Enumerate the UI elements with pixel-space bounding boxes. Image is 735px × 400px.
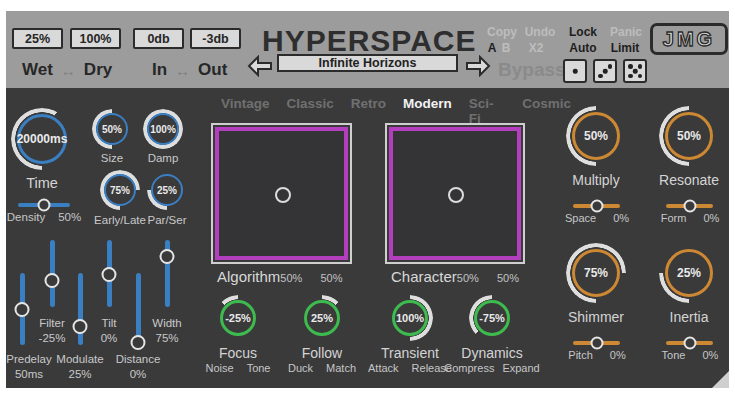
preset-b-button[interactable]: B bbox=[502, 41, 511, 55]
tab-vintage[interactable]: Vintage bbox=[221, 96, 270, 126]
multiply-label: Multiply bbox=[572, 172, 619, 188]
tilt-slider[interactable] bbox=[102, 240, 117, 307]
focus-knob[interactable]: -25% bbox=[215, 295, 261, 341]
resize-grip[interactable] bbox=[712, 371, 729, 388]
dry-value-button[interactable]: 100% bbox=[70, 28, 121, 49]
space-labels: Space0% bbox=[565, 212, 629, 224]
inertia-value: 25% bbox=[677, 266, 701, 280]
xy-pad-cursor[interactable] bbox=[275, 187, 291, 203]
auto-button[interactable]: Auto bbox=[569, 41, 596, 55]
preset-a-button[interactable]: A bbox=[488, 41, 497, 55]
slider-thumb[interactable] bbox=[683, 336, 696, 349]
slider-thumb[interactable] bbox=[38, 198, 51, 211]
width-slider[interactable] bbox=[160, 240, 175, 307]
time-value: 20000ms bbox=[17, 132, 68, 146]
follow-label: Follow bbox=[302, 345, 342, 361]
damp-knob[interactable]: 100% bbox=[143, 109, 183, 149]
focus-range-labels: NoiseTone bbox=[206, 362, 271, 374]
pitch-labels: Pitch0% bbox=[568, 349, 625, 361]
x2-button[interactable]: X2 bbox=[529, 41, 544, 55]
shimmer-knob[interactable]: 75% bbox=[566, 243, 626, 303]
tab-modern[interactable]: Modern bbox=[403, 96, 452, 126]
slider-thumb[interactable] bbox=[160, 249, 175, 264]
modulate-label: Modulate25% bbox=[56, 352, 103, 382]
par-ser-value: 25% bbox=[157, 185, 177, 196]
slider-thumb[interactable] bbox=[590, 199, 603, 212]
algorithm-xy-pad[interactable] bbox=[211, 123, 352, 264]
out-label: Out bbox=[198, 60, 227, 80]
filter-label: Filter-25% bbox=[39, 316, 66, 346]
dynamics-label: Dynamics bbox=[461, 345, 522, 361]
slider-thumb[interactable] bbox=[683, 199, 696, 212]
slider-track[interactable] bbox=[136, 273, 141, 345]
follow-range-labels: DuckMatch bbox=[288, 362, 356, 374]
page-title: HYPERSPACE bbox=[262, 24, 477, 58]
size-knob[interactable]: 50% bbox=[92, 109, 132, 149]
bypass-button[interactable]: Bypass bbox=[498, 59, 566, 81]
density-slider[interactable] bbox=[18, 197, 70, 212]
in-label: In bbox=[152, 60, 167, 80]
tab-classic[interactable]: Classic bbox=[287, 96, 334, 126]
left-right-arrow-icon: ↔ bbox=[61, 62, 76, 79]
character-xy-pad[interactable] bbox=[385, 123, 525, 264]
limit-button[interactable]: Limit bbox=[611, 41, 640, 55]
mode-tabs: Vintage Classic Retro Modern Sci-Fi Cosm… bbox=[221, 96, 571, 126]
xy-pad-cursor[interactable] bbox=[448, 187, 464, 203]
previous-preset-button[interactable] bbox=[247, 55, 273, 77]
slider-thumb[interactable] bbox=[45, 273, 60, 288]
randomize-small-button[interactable] bbox=[563, 59, 587, 83]
early-late-value: 75% bbox=[110, 185, 130, 196]
form-slider[interactable] bbox=[666, 198, 713, 213]
next-preset-button[interactable] bbox=[465, 55, 491, 77]
lock-button[interactable]: Lock bbox=[569, 25, 597, 39]
multiply-value: 50% bbox=[584, 129, 608, 143]
predelay-slider[interactable] bbox=[15, 273, 30, 345]
undo-button[interactable]: Undo bbox=[525, 25, 556, 39]
copy-button[interactable]: Copy bbox=[487, 25, 517, 39]
transient-knob[interactable]: 100% bbox=[387, 295, 433, 341]
tab-retro[interactable]: Retro bbox=[351, 96, 386, 126]
par-ser-knob[interactable]: 25% bbox=[147, 170, 187, 210]
pitch-slider[interactable] bbox=[573, 335, 620, 350]
slider-thumb[interactable] bbox=[102, 267, 117, 282]
multiply-knob[interactable]: 50% bbox=[566, 106, 626, 166]
resonate-knob[interactable]: 50% bbox=[659, 106, 719, 166]
inertia-knob[interactable]: 25% bbox=[659, 243, 719, 303]
shimmer-value: 75% bbox=[584, 266, 608, 280]
slider-thumb[interactable] bbox=[131, 335, 146, 350]
tab-cosmic[interactable]: Cosmic bbox=[522, 96, 571, 126]
early-late-knob[interactable]: 75% bbox=[100, 170, 140, 210]
slider-track[interactable] bbox=[78, 273, 83, 345]
tone-slider[interactable] bbox=[666, 335, 713, 350]
shimmer-label: Shimmer bbox=[568, 309, 624, 325]
randomize-medium-button[interactable] bbox=[593, 59, 617, 83]
out-gain-button[interactable]: -3db bbox=[190, 28, 241, 49]
in-gain-button[interactable]: 0db bbox=[133, 28, 184, 49]
dry-label: Dry bbox=[84, 60, 112, 80]
time-knob[interactable]: 20000ms bbox=[11, 108, 73, 170]
modulate-slider[interactable] bbox=[73, 273, 88, 345]
panic-button[interactable]: Panic bbox=[610, 25, 642, 39]
preset-selector[interactable]: Infinite Horizons bbox=[277, 54, 458, 72]
slider-thumb[interactable] bbox=[73, 319, 88, 334]
algorithm-x-value: 50% bbox=[280, 272, 302, 284]
follow-knob[interactable]: 25% bbox=[299, 295, 345, 341]
slider-thumb[interactable] bbox=[15, 302, 30, 317]
dynamics-knob[interactable]: -75% bbox=[469, 295, 515, 341]
tone-labels: Tone0% bbox=[662, 349, 719, 361]
wet-value-button[interactable]: 25% bbox=[12, 28, 63, 49]
inertia-label: Inertia bbox=[670, 309, 709, 325]
slider-thumb[interactable] bbox=[590, 336, 603, 349]
resonate-value: 50% bbox=[677, 129, 701, 143]
die-1-icon bbox=[573, 69, 578, 74]
focus-value: -25% bbox=[225, 312, 251, 324]
left-right-arrow-icon: ↔ bbox=[175, 62, 190, 79]
distance-slider[interactable] bbox=[131, 273, 146, 345]
filter-slider[interactable] bbox=[45, 240, 60, 307]
width-label: Width75% bbox=[152, 316, 181, 346]
tab-scifi[interactable]: Sci-Fi bbox=[469, 96, 505, 126]
space-slider[interactable] bbox=[573, 198, 620, 213]
in-out-label: In↔Out bbox=[152, 60, 227, 80]
brand-logo: JMG bbox=[650, 23, 728, 55]
randomize-large-button[interactable] bbox=[623, 59, 647, 83]
